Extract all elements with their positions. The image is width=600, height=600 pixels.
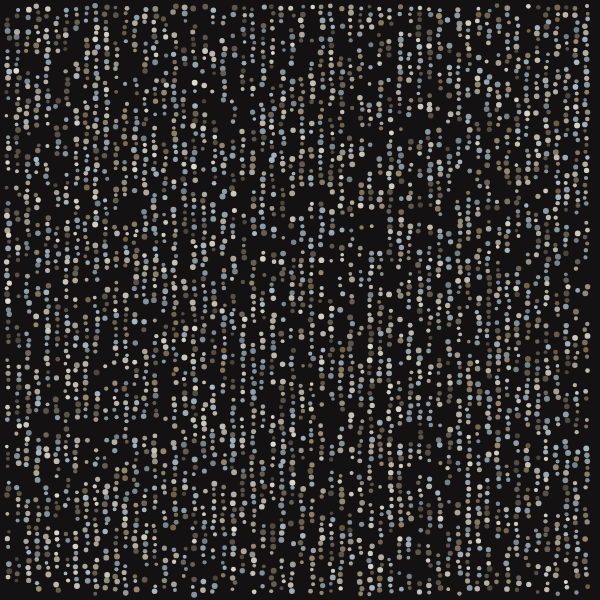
svg-point-3885 — [584, 471, 589, 476]
svg-point-2919 — [445, 147, 449, 151]
svg-point-2499 — [377, 420, 383, 426]
svg-point-1375 — [209, 51, 215, 57]
svg-point-1834 — [279, 129, 285, 135]
svg-point-93 — [15, 237, 19, 241]
svg-point-2335 — [359, 24, 364, 29]
svg-point-719 — [113, 66, 118, 71]
svg-point-2182 — [330, 335, 334, 339]
svg-point-1595 — [240, 385, 244, 389]
svg-point-2953 — [448, 474, 452, 478]
svg-point-2642 — [396, 483, 402, 489]
svg-point-3249 — [495, 146, 499, 150]
svg-point-1770 — [270, 145, 275, 150]
svg-point-315 — [43, 534, 49, 540]
svg-point-2627 — [398, 338, 404, 344]
svg-point-2148 — [328, 37, 334, 43]
svg-point-602 — [94, 162, 100, 168]
svg-point-1266 — [192, 279, 196, 283]
svg-point-2241 — [338, 284, 342, 288]
svg-point-121 — [16, 511, 20, 515]
svg-point-3504 — [535, 74, 540, 79]
svg-point-1069 — [162, 263, 166, 267]
svg-point-2811 — [428, 258, 432, 262]
svg-point-580 — [93, 17, 98, 22]
svg-point-1525 — [232, 325, 237, 330]
svg-point-2258 — [338, 447, 344, 453]
svg-point-1294 — [192, 486, 196, 490]
svg-point-3363 — [504, 586, 510, 592]
svg-point-2505 — [379, 461, 384, 466]
svg-point-703 — [102, 501, 108, 507]
svg-point-2963 — [446, 587, 450, 591]
svg-point-1653 — [251, 343, 256, 348]
svg-point-1430 — [212, 583, 218, 589]
svg-point-1447 — [220, 163, 226, 169]
svg-point-2663 — [406, 77, 412, 83]
svg-point-2657 — [409, 19, 413, 23]
svg-point-192 — [26, 558, 32, 564]
svg-point-883 — [134, 395, 138, 399]
svg-point-2192 — [329, 450, 334, 455]
svg-point-98 — [17, 294, 21, 298]
svg-point-1072 — [163, 283, 168, 288]
svg-point-1179 — [183, 61, 188, 66]
svg-point-3109 — [475, 82, 481, 88]
svg-point-3631 — [554, 4, 560, 10]
svg-point-2801 — [427, 168, 432, 173]
svg-point-2747 — [419, 283, 424, 288]
svg-point-3398 — [515, 292, 520, 297]
svg-point-1220 — [182, 457, 186, 461]
svg-point-743 — [114, 313, 120, 319]
svg-point-2608 — [397, 159, 401, 163]
svg-point-978 — [151, 45, 156, 50]
svg-point-2851 — [438, 19, 443, 24]
svg-point-497 — [75, 490, 79, 494]
svg-point-2306 — [349, 329, 353, 333]
svg-point-2278 — [349, 25, 353, 29]
svg-point-3004 — [458, 333, 462, 337]
svg-point-2836 — [426, 483, 432, 489]
svg-point-314 — [46, 526, 50, 530]
svg-point-1654 — [250, 348, 256, 354]
svg-point-2254 — [340, 407, 345, 412]
svg-point-2785 — [426, 43, 432, 49]
svg-point-1319 — [200, 133, 205, 138]
svg-point-2713 — [407, 556, 411, 560]
svg-point-3299 — [505, 12, 510, 17]
svg-point-1193 — [181, 188, 187, 194]
svg-point-11 — [4, 90, 8, 94]
svg-point-885 — [133, 406, 138, 411]
svg-point-1146 — [173, 358, 177, 362]
svg-point-3495 — [526, 563, 531, 568]
svg-point-1382 — [212, 135, 217, 140]
svg-point-531 — [84, 159, 88, 163]
svg-point-2576 — [388, 483, 393, 488]
svg-point-45 — [6, 371, 11, 376]
svg-point-823 — [124, 427, 128, 431]
svg-point-419 — [64, 349, 69, 354]
svg-point-2125 — [318, 423, 323, 428]
svg-point-867 — [132, 241, 136, 245]
svg-point-2538 — [389, 183, 395, 189]
svg-point-1256 — [192, 204, 197, 209]
svg-point-929 — [143, 190, 149, 196]
svg-point-2314 — [349, 381, 354, 386]
svg-point-1038 — [153, 543, 157, 547]
svg-point-2771 — [418, 488, 422, 492]
svg-point-3280 — [495, 415, 500, 420]
svg-point-3853 — [583, 150, 587, 154]
svg-point-3458 — [526, 223, 532, 229]
svg-point-328 — [55, 98, 61, 104]
svg-point-3579 — [544, 151, 550, 157]
svg-point-960 — [144, 488, 148, 492]
svg-point-2611 — [399, 178, 405, 184]
svg-point-3087 — [465, 499, 470, 504]
svg-point-281 — [46, 228, 52, 234]
svg-point-1566 — [240, 74, 244, 78]
svg-point-599 — [93, 144, 97, 148]
svg-point-1377 — [211, 63, 216, 68]
svg-point-3505 — [534, 81, 538, 85]
svg-point-1104 — [171, 52, 176, 57]
svg-point-571 — [82, 527, 87, 532]
svg-point-1870 — [278, 463, 283, 468]
